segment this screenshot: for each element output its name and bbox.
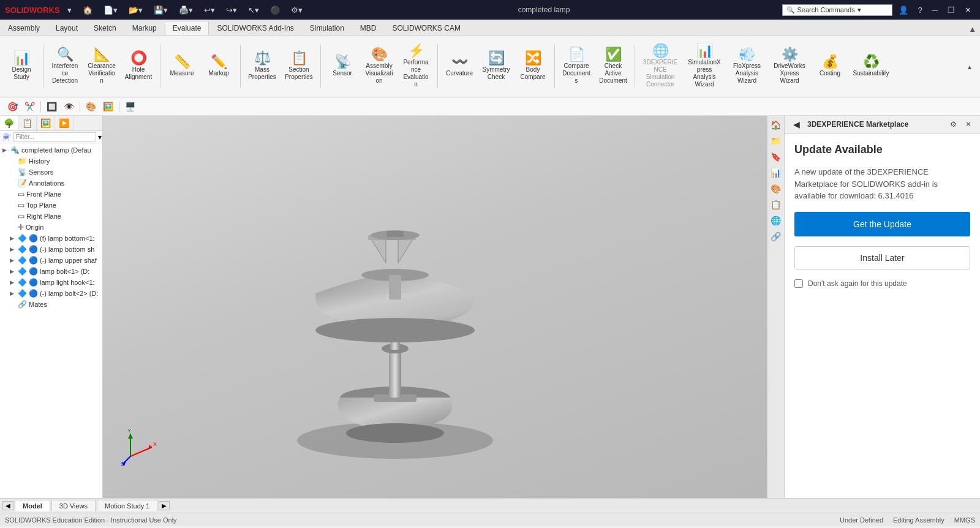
rs-folder-btn[interactable]: 📁 [769,134,783,148]
costing-btn[interactable]: 💰 Costing [812,53,848,80]
search-bar[interactable]: 🔍 Search Commands ▾ [782,4,892,16]
filter-dropdown-icon[interactable]: ▾ [98,133,102,141]
tab-evaluate[interactable]: Evaluate [165,21,209,35]
rebuild-btn[interactable]: ⚫ [266,4,284,16]
clearance-verification-btn[interactable]: 📐 ClearanceVerification [84,45,119,87]
redo-btn[interactable]: ↪▾ [222,4,241,16]
ft-item-lamp-upper-shaf[interactable]: ▶ 🔷 🔵 (-) lamp upper shaf [0,255,102,266]
ft-item-annotations[interactable]: 📝 Annotations [0,178,102,189]
symmetry-check-btn[interactable]: 🔄 SymmetryCheck [478,49,514,83]
ft-item-sensors[interactable]: 📡 Sensors [0,167,102,178]
ribbon-expand-btn[interactable]: ▲ [965,23,980,35]
floxpress-btn[interactable]: 💨 FloXpressAnalysisWizard [727,45,767,87]
viewport[interactable]: X Y Z [103,116,767,498]
mass-properties-btn[interactable]: ⚖️ MassProperties [244,49,280,83]
print-btn[interactable]: 🖨️▾ [175,4,197,16]
simulation-xpress-btn[interactable]: 📊 SimulationXpressAnalysis Wizard [683,42,726,91]
rs-globe-btn[interactable]: 🌐 [769,214,783,227]
ft-item-origin[interactable]: ✛ Origin [0,222,102,233]
view-scenes-btn[interactable]: 🖼️ [100,100,116,113]
design-study-btn[interactable]: 📊 DesignStudy [4,49,39,83]
scroll-left-btn[interactable]: ◀ [2,501,13,510]
view-section-btn[interactable]: ✂️ [22,100,37,113]
ft-item-history[interactable]: 📁 History [0,156,102,167]
new-btn[interactable]: 📄▾ [100,4,121,16]
tab-3d-views[interactable]: 3D Views [51,500,96,511]
save-btn[interactable]: 💾▾ [150,4,172,16]
exp-panel-prev-btn[interactable]: ◀ [790,118,804,130]
ft-item-lamp-light-hook[interactable]: ▶ 🔷 🔵 lamp light hook<1: [0,277,102,288]
tab-sketch[interactable]: Sketch [86,21,124,35]
body-compare-btn[interactable]: 🔀 BodyCompare [515,49,551,83]
interference-detection-btn[interactable]: 🔍 Interference Detection [47,45,83,87]
minimize-btn[interactable]: ─ [929,4,941,16]
markup-btn[interactable]: ✏️ Markup [201,53,236,80]
ft-root[interactable]: ▶ 🔩 completed lamp (Defau [0,145,102,156]
tab-simulation[interactable]: Simulation [302,21,352,35]
close-btn[interactable]: ✕ [961,4,975,16]
ft-item-right-plane[interactable]: ▭ Right Plane [0,211,102,222]
sustainability-btn[interactable]: ♻️ Sustainability [849,53,893,80]
feature-tree-tab-model[interactable]: 🌳 [0,116,18,130]
view-appearance-btn[interactable]: 🎨 [83,100,99,113]
hole-alignment-btn[interactable]: ⭕ HoleAlignment [121,49,156,83]
undo-btn[interactable]: ↩▾ [200,4,219,16]
scroll-right-btn[interactable]: ▶ [159,501,170,510]
tab-solidworks-cam[interactable]: SOLIDWORKS CAM [385,21,469,35]
sensor-btn[interactable]: 📡 Sensor [325,53,360,80]
view-hide-show-btn[interactable]: 👁️ [61,100,77,113]
ft-item-top-plane[interactable]: ▭ Top Plane [0,200,102,211]
exp-panel-close-btn[interactable]: ✕ [962,119,975,130]
assembly-visualization-btn[interactable]: 🎨 AssemblyVisualization [361,45,397,87]
rs-color-btn[interactable]: 🎨 [769,182,783,195]
rs-home-btn[interactable]: 🏠 [769,118,783,132]
ribbon-collapse-arrow[interactable]: ▲ [963,62,976,72]
rs-chart-btn[interactable]: 📊 [769,166,783,179]
help-btn[interactable]: ? [914,4,926,16]
view-display-manager-btn[interactable]: 🖥️ [123,100,138,113]
restore-btn[interactable]: ❐ [944,4,959,16]
performance-evaluation-btn[interactable]: ⚡ PerformanceEvaluation [398,42,434,91]
tab-model[interactable]: Model [15,500,50,511]
feature-tree-tab-properties[interactable]: 📋 [18,116,37,130]
options-btn[interactable]: ⚙▾ [287,4,306,16]
tab-assembly[interactable]: Assembly [0,21,48,35]
check-active-document-btn[interactable]: ✅ Check ActiveDocument [595,45,631,87]
curvature-btn[interactable]: 〰️ Curvature [442,53,477,80]
dont-ask-checkbox[interactable] [794,279,803,288]
home-btn[interactable]: 🏠 [79,4,96,16]
rs-link-btn[interactable]: 🔗 [769,230,783,243]
search-dropdown-icon[interactable]: ▾ [858,6,861,14]
select-btn[interactable]: ↖▾ [244,4,263,16]
tab-markup[interactable]: Markup [124,21,165,35]
exp-panel-settings-btn[interactable]: ⚙ [946,119,960,130]
section-properties-btn[interactable]: 📋 SectionProperties [281,49,317,83]
tab-addins[interactable]: SOLIDWORKS Add-Ins [209,21,301,35]
ft-item-lamp-bolt-1[interactable]: ▶ 🔷 🔵 lamp bolt<1> (D: [0,266,102,277]
filter-input[interactable] [13,132,96,141]
rs-list-btn[interactable]: 📋 [769,198,783,211]
measure-btn[interactable]: 📏 Measure [164,53,200,80]
ft-item-front-plane[interactable]: ▭ Front Plane [0,189,102,200]
file-menu-btn[interactable]: ▾ [64,4,75,16]
tab-mbd[interactable]: MBD [352,21,385,35]
ft-item-lamp-bottom-1[interactable]: ▶ 🔷 🔵 (f) lamp bottom<1: [0,233,102,244]
rs-bookmark-btn[interactable]: 🔖 [769,150,783,164]
install-later-btn[interactable]: Install Later [794,246,970,270]
ft-item-mates[interactable]: 🔗 Mates [0,299,102,310]
driveworks-btn[interactable]: ⚙️ DriveWorksXpressWizard [768,45,811,87]
compare-documents-btn[interactable]: 📄 CompareDocuments [559,45,594,87]
tab-layout[interactable]: Layout [48,21,86,35]
feature-tree-tab-motion[interactable]: ▶️ [55,116,74,130]
view-display-btn[interactable]: 🔲 [44,100,59,113]
view-orient-btn[interactable]: 🎯 [5,100,20,113]
account-btn[interactable]: 👤 [895,4,912,16]
feature-tree-tab-display[interactable]: 🖼️ [37,116,55,130]
3dexperience-btn[interactable]: 🌐 3DEXPERIENCESimulationConnector [639,42,682,91]
ft-item-lamp-bolt-2[interactable]: ▶ 🔷 🔵 (-) lamp bolt<2> (D: [0,288,102,299]
ft-lb1-arrow: ▶ [10,235,16,241]
tab-motion-study[interactable]: Motion Study 1 [97,500,157,511]
ft-item-lamp-bottom-sh[interactable]: ▶ 🔷 🔵 (-) lamp bottom sh [0,244,102,255]
get-update-btn[interactable]: Get the Update [794,212,970,236]
open-btn[interactable]: 📂▾ [125,4,146,16]
